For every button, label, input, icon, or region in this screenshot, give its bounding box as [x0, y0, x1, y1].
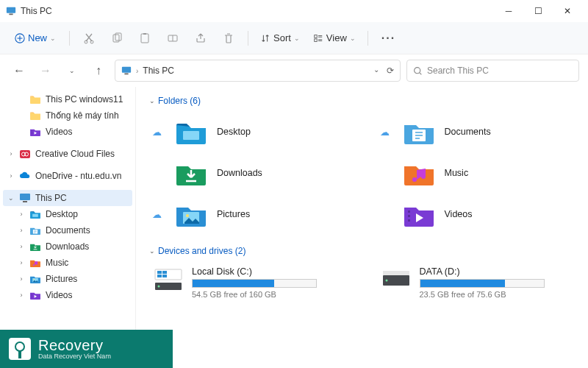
svg-rect-49	[18, 351, 21, 358]
sidebar-item-label: Downloads	[46, 241, 89, 252]
sidebar-item-label: This PC	[35, 193, 67, 203]
folder-label: Music	[445, 168, 469, 178]
svg-rect-40	[157, 275, 162, 277]
close-button[interactable]: ✕	[553, 1, 582, 21]
downloads-icon	[174, 159, 208, 187]
svg-rect-8	[143, 33, 146, 35]
watermark: Recovery Data Recovery Viet Nam	[0, 330, 173, 368]
drive-usage-bar	[192, 279, 317, 288]
sidebar-item-label: Videos	[46, 290, 72, 300]
folder-pictures[interactable]: ☁ Pictures	[149, 196, 348, 233]
sidebar-item-label: Desktop	[46, 209, 78, 219]
sidebar-item-music[interactable]: ›Music	[0, 255, 135, 271]
svg-rect-46	[383, 271, 409, 275]
search-input[interactable]: Search This PC	[406, 60, 579, 82]
svg-rect-28	[32, 295, 32, 296]
sidebar-item-label: Music	[46, 258, 68, 268]
svg-rect-38	[157, 271, 162, 274]
sidebar-item-videos[interactable]: ›Videos	[0, 287, 135, 303]
sidebar-item-downloads[interactable]: ›Downloads	[0, 238, 135, 255]
copy-button[interactable]	[105, 26, 129, 50]
back-button[interactable]: ←	[9, 60, 29, 81]
address-bar[interactable]: › This PC ⌄ ⟳	[115, 60, 401, 82]
path-segment[interactable]: This PC	[143, 66, 174, 76]
svg-rect-35	[408, 215, 410, 217]
folders-section-header[interactable]: ⌄ Folders (6)	[149, 96, 575, 106]
svg-rect-17	[32, 133, 32, 134]
sidebar-item-videos[interactable]: Videos	[0, 124, 135, 140]
folder-label: Documents	[445, 127, 491, 137]
svg-rect-7	[141, 34, 148, 43]
svg-rect-16	[32, 132, 32, 132]
address-dropdown-icon[interactable]: ⌄	[373, 66, 379, 76]
chevron-down-icon: ⌄	[149, 247, 155, 255]
pc-icon	[19, 192, 31, 204]
videos-icon	[402, 200, 436, 228]
refresh-button[interactable]: ⟳	[387, 66, 394, 76]
drive-free-text: 23.5 GB free of 75.6 GB	[420, 290, 573, 299]
minimize-button[interactable]: ─	[494, 1, 523, 21]
cut-button[interactable]	[77, 26, 101, 50]
drive-local-disk-c-[interactable]: Local Disk (C:) 54.5 GB free of 160 GB	[149, 263, 348, 302]
videos-icon	[29, 126, 41, 138]
pc-icon	[121, 66, 132, 76]
sidebar-item-th-ng-k-m-y-t-nh[interactable]: Thống kê máy tính	[0, 107, 135, 124]
cloud-icon: ☁	[380, 127, 393, 138]
sort-icon	[260, 33, 270, 43]
svg-rect-21	[20, 194, 30, 200]
folder-downloads[interactable]: Downloads	[149, 155, 348, 191]
more-button[interactable]: ···	[376, 32, 401, 45]
sort-button[interactable]: Sort ⌄	[256, 29, 304, 46]
chevron-icon: ⌄	[7, 194, 15, 202]
desktop-icon	[29, 208, 41, 220]
svg-rect-36	[408, 219, 410, 222]
drive-icon	[152, 266, 184, 293]
rename-button[interactable]	[161, 26, 184, 50]
sidebar-item-this-pc[interactable]: ⌄This PC	[3, 190, 132, 206]
videos-icon	[29, 289, 41, 301]
folder-videos[interactable]: Videos	[377, 196, 576, 233]
folder-music[interactable]: Music	[377, 155, 576, 191]
sidebar-item-label: OneDrive - ntu.edu.vn	[35, 171, 121, 181]
svg-point-14	[415, 67, 420, 73]
paste-button[interactable]	[133, 26, 157, 50]
documents-icon	[29, 224, 41, 236]
sidebar-item-documents[interactable]: ›Documents	[0, 222, 135, 238]
svg-point-43	[158, 286, 160, 288]
pictures-icon	[29, 273, 41, 285]
maximize-button[interactable]: ☐	[523, 1, 553, 21]
forward-button[interactable]: →	[35, 60, 56, 81]
share-button[interactable]	[189, 26, 212, 50]
svg-rect-13	[124, 74, 128, 75]
new-button[interactable]: New ⌄	[9, 29, 62, 46]
view-button[interactable]: View ⌄	[309, 29, 360, 46]
desktop-icon	[174, 118, 208, 146]
pictures-icon	[174, 200, 208, 228]
sidebar-item-pictures[interactable]: ›Pictures	[0, 271, 135, 287]
music-icon	[29, 257, 41, 269]
folder-label: Desktop	[217, 127, 251, 137]
drive-icon	[380, 266, 412, 293]
chevron-icon: ›	[18, 227, 25, 234]
chevron-icon: ›	[18, 243, 25, 250]
cloud-icon: ☁	[152, 209, 165, 220]
sidebar-item-desktop[interactable]: ›Desktop	[0, 206, 135, 222]
up-button[interactable]: ↑	[88, 60, 109, 81]
recent-button[interactable]: ⌄	[62, 60, 82, 81]
recovery-logo-icon	[7, 336, 32, 361]
sidebar-item-this-pc-windows11[interactable]: This PC windows11	[0, 91, 135, 107]
navbar: ← → ⌄ ↑ › This PC ⌄ ⟳ Search This PC	[0, 54, 588, 87]
sidebar-item-label: Documents	[46, 225, 90, 236]
chevron-icon: ›	[7, 150, 15, 158]
drive-data-d-[interactable]: DATA (D:) 23.5 GB free of 75.6 GB	[377, 263, 576, 302]
folder-documents[interactable]: ☁ Documents	[377, 113, 576, 150]
folder-desktop[interactable]: ☁ Desktop	[149, 113, 348, 150]
chevron-down-icon: ⌄	[149, 97, 155, 105]
drives-section-header[interactable]: ⌄ Devices and drives (2)	[149, 246, 575, 256]
delete-button[interactable]	[217, 26, 240, 50]
sidebar-item-label: Thống kê máy tính	[46, 110, 119, 121]
sidebar-item-onedrive-ntu-edu-vn[interactable]: ›OneDrive - ntu.edu.vn	[0, 168, 135, 184]
svg-rect-11	[315, 38, 318, 41]
sidebar-item-creative-cloud-files[interactable]: ›Creative Cloud Files	[0, 146, 135, 162]
window-title: This PC	[21, 6, 494, 16]
